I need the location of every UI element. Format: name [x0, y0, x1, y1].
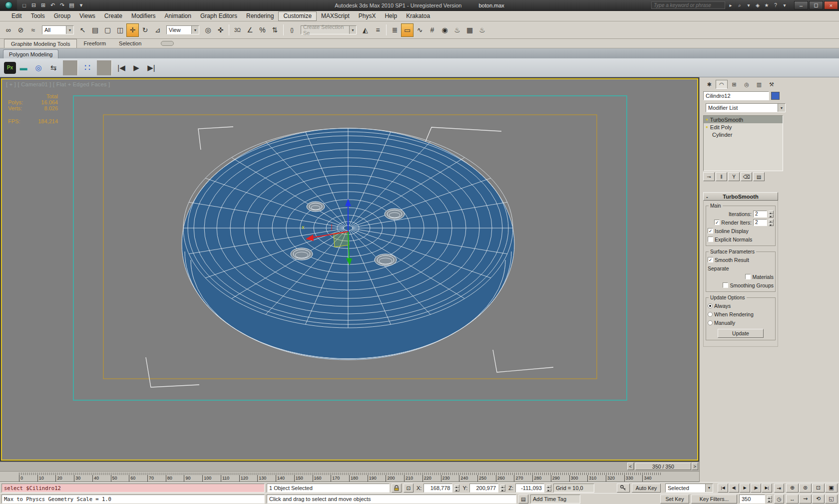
ribbon-minimize-toggle[interactable] — [161, 41, 174, 46]
infocenter-search-input[interactable] — [651, 1, 725, 9]
stack-cylinder[interactable]: Cylinder — [704, 131, 783, 138]
show-end-result-button[interactable]: ‖ — [716, 172, 727, 181]
time-configuration-button[interactable]: ◷ — [774, 495, 784, 504]
active-viewport[interactable]: x [ + ] [ Camera01 ] [ Flat + Edged Face… — [1, 78, 698, 461]
manually-radio[interactable] — [708, 320, 713, 325]
simulation-objects-icon[interactable]: ∷ — [80, 60, 95, 75]
render-iters-spinner[interactable] — [769, 219, 774, 226]
curve-editor-button[interactable]: ∿ — [414, 23, 426, 37]
menu-edit[interactable]: Edit — [7, 11, 26, 21]
set-keys-button[interactable] — [617, 484, 630, 493]
quick-access-options-dropdown[interactable]: ▾ — [77, 1, 85, 9]
open-file-button[interactable]: ⊟ — [29, 1, 38, 9]
bind-to-space-warp-button[interactable]: ≈ — [27, 23, 39, 37]
select-by-name-button[interactable]: ▤ — [89, 23, 101, 37]
select-and-move-button[interactable]: ✛ — [126, 23, 139, 37]
object-color-swatch[interactable] — [771, 92, 780, 100]
viewport-canvas[interactable]: x — [2, 79, 697, 460]
communication-center-icon[interactable]: ◈ — [754, 1, 762, 9]
render-iters-field[interactable]: 2 — [753, 219, 767, 226]
rendered-frame-window-button[interactable]: ▦ — [463, 23, 476, 37]
configure-modifier-sets-button[interactable]: ▤ — [753, 172, 765, 181]
viewport-label[interactable]: [ + ] [ Camera01 ] [ Flat + Edged Faces … — [6, 81, 110, 87]
time-slider-prev-button[interactable]: < — [627, 463, 634, 470]
zoom-region-button[interactable]: ▣ — [825, 484, 838, 493]
x-spinner[interactable] — [454, 485, 459, 492]
time-slider[interactable]: < 350 / 350 > — [0, 462, 699, 471]
current-frame-field[interactable]: 350 — [739, 495, 765, 504]
chevron-down-icon[interactable]: ▼ — [705, 484, 713, 492]
menu-customize[interactable]: Customize — [278, 11, 317, 21]
tab-graphite-modeling-tools[interactable]: Graphite Modeling Tools — [4, 39, 77, 48]
menu-animation[interactable]: Animation — [160, 11, 196, 21]
stack-edit-poly[interactable]: Edit Poly — [704, 123, 783, 131]
auto-key-button[interactable]: Auto Key — [632, 484, 661, 493]
z-coordinate-field[interactable]: -111,093 — [515, 484, 544, 493]
reference-coordinate-combo[interactable]: View ▼ — [166, 25, 199, 34]
object-name-field[interactable]: Cilindro12 — [703, 91, 769, 100]
select-and-rotate-button[interactable]: ↻ — [139, 23, 151, 37]
angle-snap-toggle[interactable]: ∠ — [244, 23, 256, 37]
menu-rendering[interactable]: Rendering — [242, 11, 278, 21]
menu-modifiers[interactable]: Modifiers — [127, 11, 160, 21]
redo-button[interactable]: ↷ — [58, 1, 66, 9]
maxscript-listener-line[interactable]: Max to Physcs Geometry Scale = 1.0 — [1, 495, 265, 504]
selection-set-combo[interactable]: Selected ▼ — [665, 484, 713, 493]
update-button[interactable]: Update — [718, 329, 764, 338]
use-pivot-point-button[interactable]: ◎ — [202, 23, 214, 37]
tab-motion[interactable]: ◎ — [741, 80, 753, 89]
tab-selection[interactable]: Selection — [112, 39, 148, 48]
help-dropdown[interactable]: ▾ — [781, 1, 789, 9]
pan-button[interactable]: ↔ — [786, 495, 799, 504]
go-to-start-button[interactable]: |◀ — [718, 484, 728, 493]
close-button[interactable]: × — [824, 1, 838, 9]
rollout-collapse-icon[interactable]: - — [706, 194, 708, 200]
tab-utilities[interactable]: ⚒ — [766, 80, 778, 89]
always-radio[interactable] — [708, 303, 713, 308]
rigid-body-icon[interactable]: ▬ — [16, 60, 31, 75]
iterations-spinner[interactable] — [769, 211, 774, 218]
zoom-all-button[interactable]: ⊛ — [799, 484, 812, 493]
menu-physx[interactable]: PhysX — [354, 11, 381, 21]
align-button[interactable]: ≡ — [372, 23, 384, 37]
help-icon[interactable]: ? — [772, 1, 780, 9]
menu-maxscript[interactable]: MAXScript — [317, 11, 354, 21]
schematic-view-button[interactable]: # — [426, 23, 438, 37]
x-coordinate-field[interactable]: 168,778 — [423, 484, 452, 493]
explicit-normals-checkbox[interactable] — [708, 237, 713, 242]
z-spinner[interactable] — [546, 485, 551, 492]
chevron-down-icon[interactable]: ▼ — [191, 26, 199, 34]
graphite-ribbon-toggle[interactable]: ▭ — [401, 23, 414, 37]
physx-logo-icon[interactable]: Px — [4, 62, 16, 74]
select-and-link-button[interactable]: ∞ — [2, 23, 14, 37]
mirror-button[interactable]: ◭ — [359, 23, 372, 37]
select-and-manipulate-button[interactable]: ✜ — [214, 23, 227, 37]
ragdoll-icon[interactable]: ◎ — [31, 60, 46, 75]
when-rendering-radio[interactable] — [708, 312, 713, 317]
walk-through-button[interactable]: ⇝ — [799, 495, 812, 504]
rectangular-selection-region-button[interactable]: ▢ — [101, 23, 114, 37]
minimize-button[interactable]: – — [794, 1, 808, 9]
isoline-display-checkbox[interactable] — [708, 228, 713, 234]
play-animation-button[interactable]: ▶ — [740, 484, 750, 493]
edit-named-selection-sets-button[interactable]: {} — [286, 23, 298, 37]
y-coordinate-field[interactable]: 200,977 — [469, 484, 498, 493]
add-time-tag-field[interactable]: Add Time Tag — [530, 495, 580, 504]
previous-frame-button[interactable]: ◀| — [729, 484, 739, 493]
undo-button[interactable]: ↶ — [48, 1, 57, 9]
search-icon[interactable]: ⌕ — [736, 1, 744, 9]
search-scope-dropdown[interactable]: ▾ — [745, 1, 753, 9]
y-spinner[interactable] — [500, 485, 505, 492]
absolute-offset-toggle[interactable]: ⊡ — [404, 484, 414, 493]
track-bar[interactable]: 0102030405060708090100110120130140150160… — [0, 471, 699, 482]
maximize-viewport-button[interactable]: ◱ — [825, 495, 838, 504]
remove-modifier-button[interactable]: ⌫ — [741, 172, 752, 181]
frame-spinner[interactable] — [767, 496, 772, 503]
simulation-step-button[interactable]: ▶| — [144, 60, 159, 75]
render-production-button[interactable]: ♨ — [476, 23, 488, 37]
pin-stack-button[interactable]: ⊸ — [703, 172, 715, 181]
chevron-down-icon[interactable]: ▼ — [66, 26, 73, 34]
render-iters-checkbox[interactable] — [714, 220, 720, 225]
materials-checkbox[interactable] — [745, 274, 751, 279]
time-slider-next-button[interactable]: > — [692, 463, 698, 470]
